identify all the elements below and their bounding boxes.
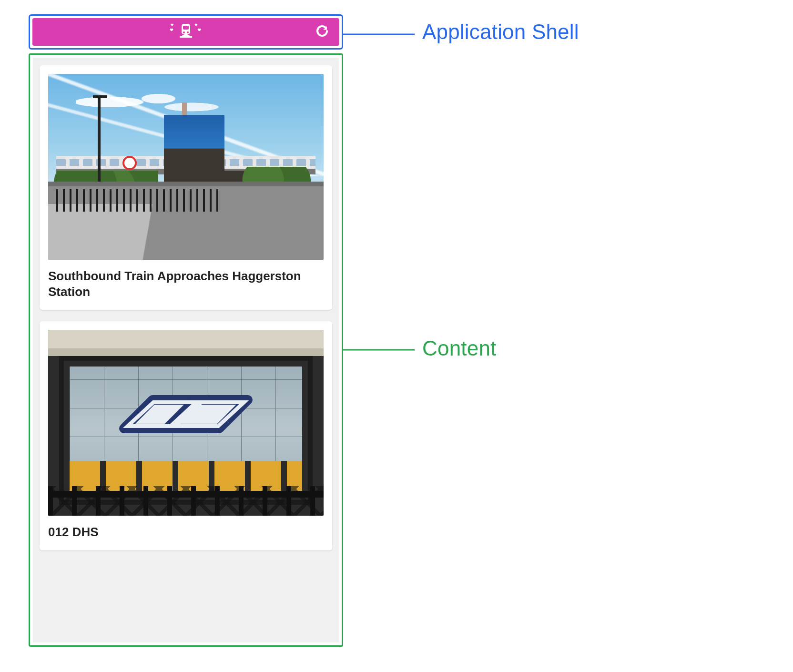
svg-rect-4: [180, 36, 192, 38]
card-thumbnail: [48, 74, 324, 260]
svg-point-2: [183, 31, 185, 33]
annotation-label-shell: Application Shell: [422, 20, 579, 44]
content-scroll-area[interactable]: Southbound Train Approaches Haggerston S…: [33, 58, 339, 642]
content-region-outline: Southbound Train Approaches Haggerston S…: [29, 53, 343, 647]
annotation-leader-content: [343, 347, 415, 353]
app-logo: [167, 21, 204, 43]
train-hearts-icon: [167, 21, 204, 43]
card-thumbnail: [48, 330, 324, 516]
card-title: 012 DHS: [48, 524, 324, 540]
ns-logo-icon: [114, 378, 257, 452]
svg-point-3: [187, 31, 189, 33]
app-bar: [32, 18, 339, 46]
card-title: Southbound Train Approaches Haggerston S…: [48, 268, 324, 299]
svg-rect-1: [183, 26, 189, 30]
refresh-icon: [315, 24, 329, 40]
list-item[interactable]: 012 DHS: [40, 321, 332, 550]
list-item[interactable]: Southbound Train Approaches Haggerston S…: [40, 65, 332, 310]
refresh-button[interactable]: [313, 22, 332, 41]
annotation-label-content: Content: [422, 336, 497, 360]
annotation-leader-shell: [343, 31, 415, 37]
